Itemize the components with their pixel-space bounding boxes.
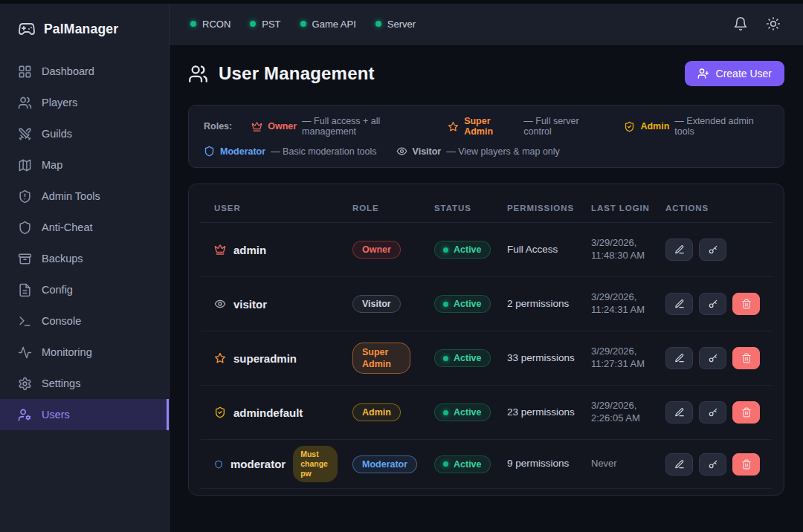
status-label: Active (454, 353, 482, 363)
table-row: admin Owner Active Full Access 3/29/2026… (201, 223, 772, 277)
create-user-button[interactable]: Create User (685, 61, 784, 86)
username: visitor (233, 298, 267, 311)
connection-statuses: RCON PST Game API Server (190, 19, 416, 30)
last-login-cell: 3/29/2026, 2:26:05 AM (578, 400, 652, 425)
actions-cell (652, 347, 772, 369)
trash-icon (741, 353, 752, 363)
sidebar-item-map[interactable]: Map (0, 149, 169, 181)
terminal-icon (18, 314, 32, 328)
page-title: User Management (219, 63, 375, 84)
shield-check-icon (214, 406, 226, 418)
sidebar: PalManager Dashboard Players Guilds Map … (0, 0, 170, 532)
sidebar-item-config[interactable]: Config (0, 274, 169, 305)
edit-user-button[interactable] (665, 347, 693, 369)
status-dot-icon (300, 21, 306, 27)
actions-cell (652, 293, 772, 315)
sidebar-item-players[interactable]: Players (0, 87, 169, 118)
delete-user-button[interactable] (732, 293, 760, 315)
key-icon (708, 244, 718, 255)
status-label: RCON (202, 19, 230, 30)
pen-icon (674, 244, 685, 255)
status-indicator-game-api: Game API (300, 19, 356, 30)
roles-legend-row-2: Moderator — Basic moderation tools Visit… (204, 146, 769, 157)
role-cell: Admin (339, 403, 421, 421)
archive-icon (18, 252, 32, 266)
sun-icon (766, 16, 781, 31)
pen-icon (674, 459, 685, 470)
role-description: — Basic moderation tools (271, 146, 376, 157)
permissions-cell: 2 permissions (494, 298, 578, 311)
delete-user-button[interactable] (732, 453, 760, 476)
edit-user-button[interactable] (665, 401, 693, 424)
page-title-group: User Management (188, 63, 375, 84)
username: superadmin (233, 352, 297, 365)
role-name: Admin (640, 121, 669, 132)
sidebar-item-label: Console (42, 315, 81, 327)
crown-icon (214, 244, 226, 256)
user-gear-icon (18, 408, 32, 422)
user-cell: moderator Must change pw (201, 446, 339, 482)
edit-user-button[interactable] (665, 453, 693, 476)
role-name: Moderator (220, 146, 265, 157)
status-indicator-rcon: RCON (190, 19, 230, 30)
users-icon (188, 64, 208, 84)
sidebar-item-admin-tools[interactable]: Admin Tools (0, 181, 169, 212)
pen-icon (674, 299, 685, 309)
delete-user-button[interactable] (732, 347, 760, 369)
star-icon (214, 352, 226, 364)
pen-icon (674, 353, 685, 363)
status-cell: Active (421, 241, 494, 259)
role-name: Owner (268, 121, 297, 132)
sidebar-item-guilds[interactable]: Guilds (0, 118, 169, 149)
key-icon (708, 353, 718, 363)
role-legend-moderator: Moderator — Basic moderation tools (204, 146, 377, 157)
reset-password-button[interactable] (699, 401, 726, 424)
trash-icon (741, 407, 752, 418)
gear-icon (18, 377, 32, 391)
role-cell: Moderator (339, 455, 421, 473)
bell-icon (733, 16, 748, 31)
column-header-permissions: PERMISSIONS (494, 204, 578, 213)
role-description: — Full access + all management (302, 116, 428, 137)
sidebar-item-backups[interactable]: Backups (0, 243, 169, 274)
reset-password-button[interactable] (699, 453, 726, 476)
user-cell: admindefault (201, 406, 339, 419)
sidebar-item-dashboard[interactable]: Dashboard (0, 56, 169, 87)
edit-user-button[interactable] (665, 239, 693, 261)
sidebar-item-label: Users (42, 409, 70, 421)
role-badge: Admin (352, 403, 401, 421)
delete-user-button[interactable] (732, 401, 760, 424)
shield-alert-icon (18, 189, 32, 204)
actions-cell (652, 453, 772, 476)
status-dot-icon (190, 21, 196, 27)
sidebar-item-label: Guilds (42, 128, 72, 140)
table-row: superadmin Super Admin Active 33 permiss… (201, 331, 772, 386)
username: moderator (230, 458, 286, 470)
reset-password-button[interactable] (699, 293, 726, 315)
status-cell: Active (421, 295, 494, 313)
reset-password-button[interactable] (699, 239, 726, 261)
reset-password-button[interactable] (699, 347, 726, 369)
key-icon (708, 299, 718, 309)
username: admindefault (233, 406, 303, 419)
edit-user-button[interactable] (665, 293, 693, 315)
table-row: visitor Visitor Active 2 permissions 3/2… (201, 277, 772, 331)
theme-toggle-button[interactable] (766, 16, 781, 31)
roles-legend-label: Roles: (204, 121, 232, 132)
status-dot-icon (375, 21, 381, 27)
layout-grid-icon (18, 65, 32, 79)
sidebar-item-console[interactable]: Console (0, 305, 169, 337)
sidebar-item-settings[interactable]: Settings (0, 368, 169, 399)
sidebar-item-label: Monitoring (42, 346, 92, 358)
table-row: admindefault Admin Active 23 permissions… (201, 386, 772, 440)
sidebar-item-users[interactable]: Users (0, 399, 169, 430)
users-table-panel: USER ROLE STATUS PERMISSIONS LAST LOGIN … (188, 184, 784, 496)
notifications-button[interactable] (733, 16, 748, 31)
shield-icon (204, 146, 215, 157)
status-badge: Active (434, 241, 491, 259)
sidebar-item-monitoring[interactable]: Monitoring (0, 337, 169, 368)
status-dot-icon (443, 247, 448, 253)
sidebar-item-anti-cheat[interactable]: Anti-Cheat (0, 212, 169, 243)
key-icon (708, 407, 718, 418)
app-logo: PalManager (0, 4, 169, 50)
